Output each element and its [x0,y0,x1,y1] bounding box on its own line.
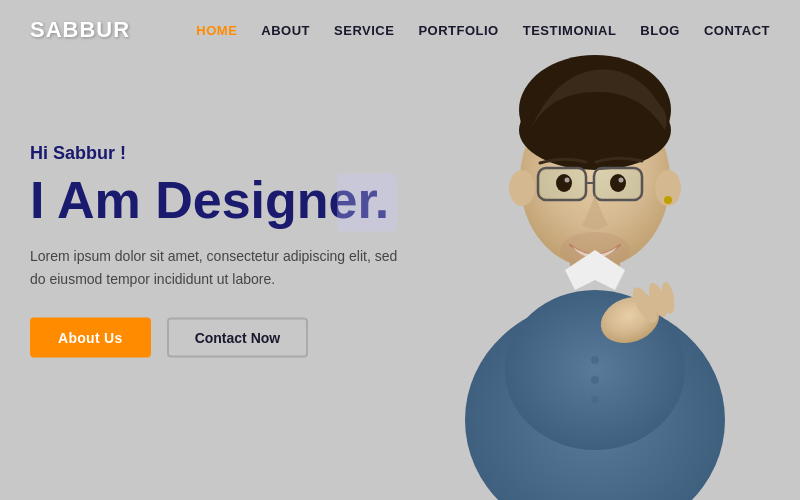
about-us-button[interactable]: About Us [30,317,151,357]
hero-content: Hi Sabbur ! I Am Designer. Lorem ipsum d… [30,143,410,358]
hero-greeting: Hi Sabbur ! [30,143,410,164]
nav-link-about[interactable]: ABOUT [261,23,310,38]
nav-item-blog[interactable]: BLOG [640,21,680,39]
svg-point-14 [556,174,572,192]
hero-image [380,0,800,500]
contact-now-button[interactable]: Contact Now [167,317,309,357]
hero-title-prefix: I Am [30,171,155,229]
hero-title-wrapper: I Am Designer. [30,172,389,245]
title-highlight-decoration [337,174,397,232]
svg-point-25 [591,396,599,404]
svg-point-24 [591,376,599,384]
hero-section: SABBUR HOME ABOUT SERVICE PORTFOLIO TEST… [0,0,800,500]
nav-link-blog[interactable]: BLOG [640,23,680,38]
hero-title: I Am Designer. [30,172,389,229]
nav-item-testimonial[interactable]: TESTIMONIAL [523,21,617,39]
nav-item-contact[interactable]: CONTACT [704,21,770,39]
svg-point-15 [610,174,626,192]
nav-item-home[interactable]: HOME [196,21,237,39]
nav-item-service[interactable]: SERVICE [334,21,394,39]
svg-point-23 [591,356,599,364]
svg-point-6 [509,170,535,206]
nav-link-home[interactable]: HOME [196,23,237,38]
person-illustration [410,20,770,500]
nav-item-about[interactable]: ABOUT [261,21,310,39]
nav-links: HOME ABOUT SERVICE PORTFOLIO TESTIMONIAL… [196,21,770,39]
hero-description: Lorem ipsum dolor sit amet, consectetur … [30,245,410,290]
svg-point-16 [565,178,570,183]
hero-buttons: About Us Contact Now [30,317,410,357]
nav-link-testimonial[interactable]: TESTIMONIAL [523,23,617,38]
svg-point-17 [619,178,624,183]
nav-item-portfolio[interactable]: PORTFOLIO [418,21,498,39]
logo: SABBUR [30,17,130,43]
nav-link-portfolio[interactable]: PORTFOLIO [418,23,498,38]
nav-link-service[interactable]: SERVICE [334,23,394,38]
navbar: SABBUR HOME ABOUT SERVICE PORTFOLIO TEST… [0,0,800,60]
nav-link-contact[interactable]: CONTACT [704,23,770,38]
svg-point-8 [664,196,672,204]
